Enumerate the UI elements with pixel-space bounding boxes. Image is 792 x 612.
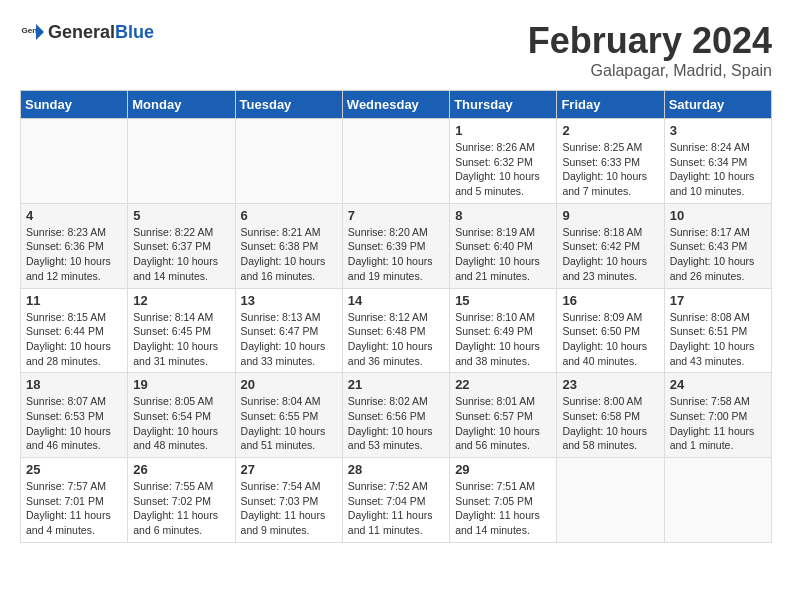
location-subtitle: Galapagar, Madrid, Spain (528, 62, 772, 80)
column-header-wednesday: Wednesday (342, 91, 449, 119)
day-number: 12 (133, 293, 229, 308)
day-number: 6 (241, 208, 337, 223)
calendar-cell: 25Sunrise: 7:57 AM Sunset: 7:01 PM Dayli… (21, 458, 128, 543)
logo-blue-text: Blue (115, 22, 154, 42)
calendar-cell (128, 119, 235, 204)
calendar-cell: 2Sunrise: 8:25 AM Sunset: 6:33 PM Daylig… (557, 119, 664, 204)
calendar-cell: 28Sunrise: 7:52 AM Sunset: 7:04 PM Dayli… (342, 458, 449, 543)
calendar-cell: 21Sunrise: 8:02 AM Sunset: 6:56 PM Dayli… (342, 373, 449, 458)
day-number: 18 (26, 377, 122, 392)
calendar-row: 1Sunrise: 8:26 AM Sunset: 6:32 PM Daylig… (21, 119, 772, 204)
day-info: Sunrise: 8:08 AM Sunset: 6:51 PM Dayligh… (670, 310, 766, 369)
day-number: 7 (348, 208, 444, 223)
day-number: 4 (26, 208, 122, 223)
day-info: Sunrise: 8:09 AM Sunset: 6:50 PM Dayligh… (562, 310, 658, 369)
calendar-cell: 20Sunrise: 8:04 AM Sunset: 6:55 PM Dayli… (235, 373, 342, 458)
calendar-cell (235, 119, 342, 204)
day-number: 8 (455, 208, 551, 223)
svg-text:Gen: Gen (22, 26, 38, 35)
day-number: 5 (133, 208, 229, 223)
calendar-cell: 19Sunrise: 8:05 AM Sunset: 6:54 PM Dayli… (128, 373, 235, 458)
day-number: 10 (670, 208, 766, 223)
day-number: 27 (241, 462, 337, 477)
calendar-cell: 16Sunrise: 8:09 AM Sunset: 6:50 PM Dayli… (557, 288, 664, 373)
day-info: Sunrise: 8:14 AM Sunset: 6:45 PM Dayligh… (133, 310, 229, 369)
calendar-cell: 26Sunrise: 7:55 AM Sunset: 7:02 PM Dayli… (128, 458, 235, 543)
day-info: Sunrise: 7:55 AM Sunset: 7:02 PM Dayligh… (133, 479, 229, 538)
calendar-cell: 22Sunrise: 8:01 AM Sunset: 6:57 PM Dayli… (450, 373, 557, 458)
day-info: Sunrise: 8:04 AM Sunset: 6:55 PM Dayligh… (241, 394, 337, 453)
day-info: Sunrise: 8:00 AM Sunset: 6:58 PM Dayligh… (562, 394, 658, 453)
day-number: 24 (670, 377, 766, 392)
day-info: Sunrise: 8:12 AM Sunset: 6:48 PM Dayligh… (348, 310, 444, 369)
calendar-body: 1Sunrise: 8:26 AM Sunset: 6:32 PM Daylig… (21, 119, 772, 543)
day-info: Sunrise: 8:05 AM Sunset: 6:54 PM Dayligh… (133, 394, 229, 453)
calendar-cell: 13Sunrise: 8:13 AM Sunset: 6:47 PM Dayli… (235, 288, 342, 373)
calendar-cell: 1Sunrise: 8:26 AM Sunset: 6:32 PM Daylig… (450, 119, 557, 204)
calendar-cell: 11Sunrise: 8:15 AM Sunset: 6:44 PM Dayli… (21, 288, 128, 373)
day-number: 15 (455, 293, 551, 308)
calendar-cell: 12Sunrise: 8:14 AM Sunset: 6:45 PM Dayli… (128, 288, 235, 373)
day-number: 1 (455, 123, 551, 138)
column-header-monday: Monday (128, 91, 235, 119)
day-info: Sunrise: 8:13 AM Sunset: 6:47 PM Dayligh… (241, 310, 337, 369)
day-info: Sunrise: 8:20 AM Sunset: 6:39 PM Dayligh… (348, 225, 444, 284)
main-title: February 2024 (528, 20, 772, 62)
calendar-cell: 17Sunrise: 8:08 AM Sunset: 6:51 PM Dayli… (664, 288, 771, 373)
day-info: Sunrise: 8:24 AM Sunset: 6:34 PM Dayligh… (670, 140, 766, 199)
logo: Gen GeneralBlue (20, 20, 154, 44)
logo-icon: Gen (20, 20, 44, 44)
day-info: Sunrise: 8:01 AM Sunset: 6:57 PM Dayligh… (455, 394, 551, 453)
calendar-cell: 27Sunrise: 7:54 AM Sunset: 7:03 PM Dayli… (235, 458, 342, 543)
day-info: Sunrise: 7:57 AM Sunset: 7:01 PM Dayligh… (26, 479, 122, 538)
calendar-cell: 15Sunrise: 8:10 AM Sunset: 6:49 PM Dayli… (450, 288, 557, 373)
day-info: Sunrise: 7:54 AM Sunset: 7:03 PM Dayligh… (241, 479, 337, 538)
calendar-cell: 18Sunrise: 8:07 AM Sunset: 6:53 PM Dayli… (21, 373, 128, 458)
calendar-cell: 10Sunrise: 8:17 AM Sunset: 6:43 PM Dayli… (664, 203, 771, 288)
day-number: 19 (133, 377, 229, 392)
calendar-cell (342, 119, 449, 204)
svg-marker-1 (36, 24, 44, 40)
calendar-header-row: SundayMondayTuesdayWednesdayThursdayFrid… (21, 91, 772, 119)
calendar-row: 11Sunrise: 8:15 AM Sunset: 6:44 PM Dayli… (21, 288, 772, 373)
day-info: Sunrise: 8:17 AM Sunset: 6:43 PM Dayligh… (670, 225, 766, 284)
day-info: Sunrise: 7:52 AM Sunset: 7:04 PM Dayligh… (348, 479, 444, 538)
calendar-cell: 9Sunrise: 8:18 AM Sunset: 6:42 PM Daylig… (557, 203, 664, 288)
day-number: 21 (348, 377, 444, 392)
day-info: Sunrise: 8:26 AM Sunset: 6:32 PM Dayligh… (455, 140, 551, 199)
calendar-cell: 23Sunrise: 8:00 AM Sunset: 6:58 PM Dayli… (557, 373, 664, 458)
day-info: Sunrise: 8:23 AM Sunset: 6:36 PM Dayligh… (26, 225, 122, 284)
calendar-cell: 6Sunrise: 8:21 AM Sunset: 6:38 PM Daylig… (235, 203, 342, 288)
calendar-row: 4Sunrise: 8:23 AM Sunset: 6:36 PM Daylig… (21, 203, 772, 288)
day-info: Sunrise: 8:10 AM Sunset: 6:49 PM Dayligh… (455, 310, 551, 369)
day-number: 23 (562, 377, 658, 392)
day-info: Sunrise: 8:07 AM Sunset: 6:53 PM Dayligh… (26, 394, 122, 453)
day-info: Sunrise: 7:58 AM Sunset: 7:00 PM Dayligh… (670, 394, 766, 453)
logo-general-text: General (48, 22, 115, 42)
column-header-thursday: Thursday (450, 91, 557, 119)
calendar-cell: 3Sunrise: 8:24 AM Sunset: 6:34 PM Daylig… (664, 119, 771, 204)
column-header-tuesday: Tuesday (235, 91, 342, 119)
day-number: 16 (562, 293, 658, 308)
calendar-row: 18Sunrise: 8:07 AM Sunset: 6:53 PM Dayli… (21, 373, 772, 458)
calendar-cell (557, 458, 664, 543)
day-number: 13 (241, 293, 337, 308)
calendar-cell (21, 119, 128, 204)
calendar-cell: 24Sunrise: 7:58 AM Sunset: 7:00 PM Dayli… (664, 373, 771, 458)
day-number: 14 (348, 293, 444, 308)
column-header-sunday: Sunday (21, 91, 128, 119)
day-info: Sunrise: 8:22 AM Sunset: 6:37 PM Dayligh… (133, 225, 229, 284)
day-number: 29 (455, 462, 551, 477)
title-section: February 2024 Galapagar, Madrid, Spain (528, 20, 772, 80)
calendar-cell: 7Sunrise: 8:20 AM Sunset: 6:39 PM Daylig… (342, 203, 449, 288)
calendar-table: SundayMondayTuesdayWednesdayThursdayFrid… (20, 90, 772, 543)
day-info: Sunrise: 8:18 AM Sunset: 6:42 PM Dayligh… (562, 225, 658, 284)
calendar-cell: 8Sunrise: 8:19 AM Sunset: 6:40 PM Daylig… (450, 203, 557, 288)
calendar-cell: 5Sunrise: 8:22 AM Sunset: 6:37 PM Daylig… (128, 203, 235, 288)
day-info: Sunrise: 8:15 AM Sunset: 6:44 PM Dayligh… (26, 310, 122, 369)
calendar-row: 25Sunrise: 7:57 AM Sunset: 7:01 PM Dayli… (21, 458, 772, 543)
day-info: Sunrise: 8:21 AM Sunset: 6:38 PM Dayligh… (241, 225, 337, 284)
day-number: 11 (26, 293, 122, 308)
page-header: Gen GeneralBlue February 2024 Galapagar,… (20, 20, 772, 80)
day-number: 25 (26, 462, 122, 477)
